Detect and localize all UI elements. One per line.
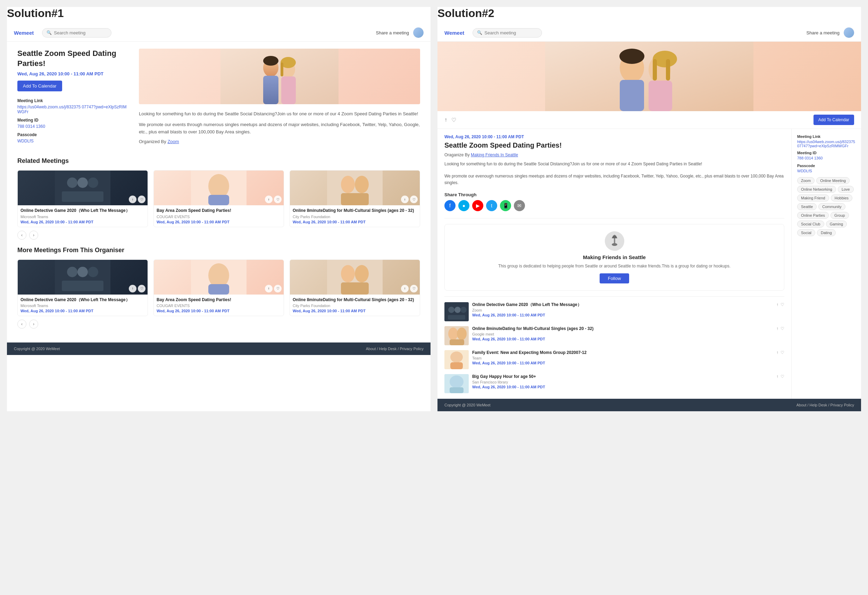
r-share-2[interactable]: ↑ bbox=[776, 326, 778, 331]
tag-dating[interactable]: Dating bbox=[817, 229, 836, 236]
more-card-share-2[interactable]: ↑ bbox=[265, 285, 273, 293]
card-like-1[interactable]: ♡ bbox=[138, 195, 146, 203]
s1-main-section: Seattle Zoom Speed Dating Parties! Wed, … bbox=[17, 49, 420, 147]
more-card-share-3[interactable]: ↑ bbox=[401, 285, 409, 293]
tag-zoom[interactable]: Zoom bbox=[797, 177, 815, 184]
share-meeting-s1[interactable]: Share a meeting bbox=[376, 30, 409, 36]
s2-actions-bar: ↑ ♡ Add To Calendar bbox=[437, 111, 861, 129]
tag-making-friend[interactable]: Making Friend bbox=[797, 194, 829, 201]
more-card-date-1: Wed, Aug 26, 2020 10:00 - 11:00 AM PDT bbox=[21, 309, 145, 313]
tag-online-meeting[interactable]: Online Meeting bbox=[816, 177, 850, 184]
related-date-3: Wed, Aug 26, 2020 10:00 - 11:00 AM PDT bbox=[472, 361, 773, 365]
more-card-share-1[interactable]: ↑ bbox=[129, 285, 136, 293]
next-arrow-related[interactable]: › bbox=[29, 231, 38, 240]
related-title-2: Online 8minuteDating for Multi-Cultural … bbox=[472, 326, 773, 332]
email-share-btn[interactable]: ✉ bbox=[514, 200, 525, 211]
wa-share-btn[interactable]: 📱 bbox=[500, 200, 511, 211]
tag-hobbies[interactable]: Hobbies bbox=[831, 194, 852, 201]
tag-seattle[interactable]: Seattle bbox=[797, 203, 816, 210]
card-image-2: ↑ ♡ bbox=[154, 170, 283, 205]
next-arrow-more[interactable]: › bbox=[29, 320, 38, 329]
s2-event-date: Wed, Aug 26, 2020 10:00 - 11:00 AM PDT bbox=[444, 135, 784, 139]
footer-links-s2[interactable]: About / Help Desk / Privacy Policy bbox=[797, 403, 854, 407]
prev-arrow-related[interactable]: ‹ bbox=[17, 231, 27, 240]
share-action-btn[interactable]: ↑ bbox=[444, 117, 447, 123]
sidebar-passcode-label: Passcode bbox=[797, 164, 856, 168]
r-like-3[interactable]: ♡ bbox=[781, 350, 784, 355]
solution1-label: Solution#1 bbox=[7, 7, 431, 20]
s1-content: Seattle Zoom Speed Dating Parties! Wed, … bbox=[7, 42, 431, 342]
related-thumb-2 bbox=[444, 326, 469, 345]
r-like-1[interactable]: ♡ bbox=[781, 302, 784, 307]
card-like-3[interactable]: ♡ bbox=[410, 195, 418, 203]
svg-rect-59 bbox=[450, 387, 464, 393]
brand-s2[interactable]: Wemeet bbox=[444, 30, 464, 36]
avatar-s1[interactable] bbox=[413, 27, 424, 38]
sidebar-meeting-link-url[interactable]: https://us04web.zoom.us/j/832375 07747?p… bbox=[797, 140, 856, 148]
meeting-link-value-s1[interactable]: https://us04web.zoom.us/j/832375 07747?p… bbox=[17, 105, 128, 114]
yt-share-btn[interactable]: ▶ bbox=[472, 200, 483, 211]
tag-community[interactable]: Community bbox=[818, 203, 846, 210]
related-platform-1: Zoom bbox=[472, 308, 773, 312]
tag-gaming[interactable]: Gaming bbox=[826, 221, 847, 228]
tag-love[interactable]: Love bbox=[838, 186, 854, 193]
r-share-1[interactable]: ↑ bbox=[776, 302, 778, 307]
card-share-3[interactable]: ↑ bbox=[401, 195, 409, 203]
search-input-s2[interactable] bbox=[484, 30, 533, 36]
r-share-4[interactable]: ↑ bbox=[776, 374, 778, 379]
tag-social[interactable]: Social bbox=[797, 229, 815, 236]
related-platform-2: Google meet bbox=[472, 332, 773, 336]
tag-social-club[interactable]: Social Club bbox=[797, 221, 824, 228]
avatar-s2[interactable] bbox=[844, 27, 854, 38]
r-like-2[interactable]: ♡ bbox=[781, 326, 784, 331]
more-card-title-1: Online Detective Game 2020（Who Left The … bbox=[21, 298, 145, 303]
add-calendar-btn-s2[interactable]: Add To Calendar bbox=[813, 115, 854, 125]
search-input-s1[interactable] bbox=[54, 30, 102, 36]
svg-rect-24 bbox=[62, 281, 103, 291]
search-bar-s2[interactable]: 🔍 bbox=[472, 28, 542, 37]
prev-arrow-more[interactable]: ‹ bbox=[17, 320, 27, 329]
card-share-2[interactable]: ↑ bbox=[265, 195, 273, 203]
fb-share-btn[interactable]: f bbox=[444, 200, 456, 211]
more-card-like-1[interactable]: ♡ bbox=[138, 285, 146, 293]
more-card-1: ↑ ♡ Online Detective Game 2020（Who Left … bbox=[17, 259, 148, 317]
follow-btn[interactable]: Follow bbox=[599, 273, 629, 283]
more-card-like-3[interactable]: ♡ bbox=[410, 285, 418, 293]
search-icon-s1: 🔍 bbox=[47, 30, 52, 35]
svg-point-48 bbox=[461, 307, 466, 313]
group-profile: Making Friends in Seattle This group is … bbox=[444, 224, 784, 291]
event-desc-s1: Looking for something fun to do during t… bbox=[139, 111, 420, 118]
card-like-2[interactable]: ♡ bbox=[274, 195, 282, 203]
r-like-4[interactable]: ♡ bbox=[781, 374, 784, 379]
add-calendar-btn-s1[interactable]: Add To Calendar bbox=[17, 81, 62, 91]
navbar-right-s1: Share a meeting bbox=[376, 27, 424, 38]
r-share-3[interactable]: ↑ bbox=[776, 350, 778, 355]
tag-online-networking[interactable]: Online Networking bbox=[797, 186, 836, 193]
s2-event-title: Seattle Zoom Speed Dating Parties! bbox=[444, 141, 784, 150]
svg-point-30 bbox=[355, 265, 369, 283]
brand-s1[interactable]: Wemeet bbox=[14, 30, 34, 36]
svg-point-9 bbox=[67, 178, 77, 188]
search-bar-s1[interactable]: 🔍 bbox=[42, 28, 111, 37]
more-card-org-1: Microsoft Teams bbox=[21, 303, 145, 308]
related-date-1: Wed, Aug 26, 2020 10:00 - 11:00 AM PDT bbox=[472, 313, 773, 317]
tag-online-parties[interactable]: Online Parties bbox=[797, 212, 829, 219]
svg-point-52 bbox=[457, 327, 466, 340]
footer-links-s1[interactable]: About / Help Desk / Privacy Policy bbox=[366, 347, 424, 351]
tag-group[interactable]: Group bbox=[831, 212, 849, 219]
share-meeting-s2[interactable]: Share a meeting bbox=[806, 30, 840, 36]
twitter-share-btn[interactable]: t bbox=[486, 200, 497, 211]
like-action-btn[interactable]: ♡ bbox=[451, 117, 456, 123]
social-icons: f ● ▶ t 📱 ✉ bbox=[444, 200, 784, 211]
organizer-link-s1[interactable]: Zoom bbox=[167, 139, 179, 144]
more-card-like-2[interactable]: ♡ bbox=[274, 285, 282, 293]
hero-image-s1 bbox=[139, 49, 420, 104]
card-date-3: Wed, Aug 26, 2020 10:00 - 11:00 AM PDT bbox=[293, 220, 417, 224]
tw-share-btn[interactable]: ● bbox=[458, 200, 469, 211]
more-card-img-3: ↑ ♡ bbox=[290, 260, 420, 295]
card-title-2: Bay Area Zoom Speed Dating Parties! bbox=[156, 208, 281, 214]
more-title-s1: More Meetings From This Organiser bbox=[17, 247, 420, 254]
more-card-2: ↑ ♡ Bay Area Zoom Speed Dating Parties! … bbox=[154, 259, 284, 317]
card-share-1[interactable]: ↑ bbox=[129, 195, 136, 203]
s2-organizer-link[interactable]: Making Friends In Seattle bbox=[471, 152, 518, 157]
